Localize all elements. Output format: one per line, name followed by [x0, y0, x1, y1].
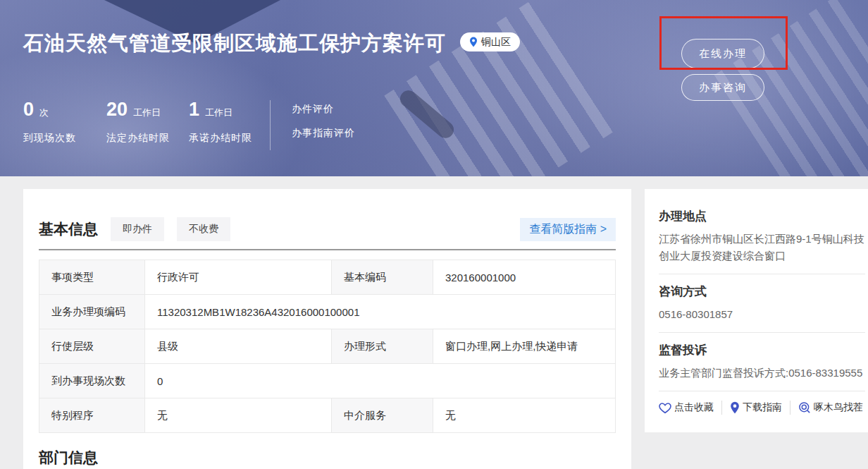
stat-label: 法定办结时限 [106, 132, 170, 145]
hero-banner: 石油天然气管道受限制区域施工保护方案许可 铜山区 在线办理 办事咨询 0 次 到… [0, 0, 868, 176]
location-badge-label: 铜山区 [481, 36, 511, 49]
basic-info-table: 事项类型 行政许可 基本编码 320160001000 业务办理项编码 1132… [39, 260, 616, 433]
location-badge: 铜山区 [460, 32, 520, 51]
sidebar-divider [659, 332, 865, 333]
location-pin-icon [469, 37, 478, 47]
sidebar-block-text: 江苏省徐州市铜山区长江西路9-1号铜山科技创业大厦投资建设综合窗口 [659, 231, 865, 264]
sidebar-block-title: 监督投诉 [659, 342, 865, 358]
favorite-action[interactable]: 点击收藏 [659, 401, 714, 414]
cell-label: 办理形式 [332, 329, 433, 364]
cell-value: 无 [433, 398, 616, 433]
sidebar-actions: 点击收藏 下载指南 啄木鸟找茬 [659, 401, 865, 415]
cell-value: 0 [145, 364, 616, 398]
guide-evaluation-link[interactable]: 办事指南评价 [292, 127, 355, 140]
stats-divider [270, 100, 271, 150]
cell-label: 特别程序 [39, 398, 145, 433]
consult-button[interactable]: 办事咨询 [681, 74, 764, 101]
stat-value: 20 [106, 99, 128, 121]
banner-pen-decoration [397, 87, 457, 142]
sidebar-divider [659, 391, 865, 391]
evaluation-links: 办件评价 办事指南评价 [292, 103, 355, 140]
view-simple-guide-link[interactable]: 查看简版指南 > [520, 218, 616, 241]
sidebar-block-supervision: 监督投诉 业务主管部门监督投诉方式:0516-83319555 [659, 342, 865, 382]
section-header: 基本信息 即办件 不收费 查看简版指南 > [39, 217, 616, 241]
table-row: 业务办理项编码 11320312MB1W18236A43201600010000… [39, 295, 616, 329]
stat-legal-deadline: 20 工作日 法定办结时限 [106, 99, 170, 145]
favorite-action-label: 点击收藏 [674, 401, 714, 414]
department-section-title: 部门信息 [39, 448, 616, 468]
stat-visit-count: 0 次 到现场次数 [23, 99, 76, 145]
sidebar-block-consult: 咨询方式 0516-80301857 [659, 284, 865, 323]
cell-value: 320160001000 [433, 260, 616, 295]
sidebar-block-location: 办理地点 江苏省徐州市铜山区长江西路9-1号铜山科技创业大厦投资建设综合窗口 [659, 208, 865, 264]
stat-unit: 次 [39, 106, 49, 119]
cell-label: 业务办理项编码 [39, 295, 145, 329]
actions-separator [790, 401, 790, 415]
table-row: 行使层级 县级 办理形式 窗口办理,网上办理,快递申请 [39, 329, 616, 364]
online-apply-button[interactable]: 在线办理 [681, 39, 764, 68]
woodpecker-inspect-label: 啄木鸟找茬 [814, 401, 863, 414]
sidebar-divider [659, 274, 865, 274]
table-row: 特别程序 无 中介服务 无 [39, 398, 616, 433]
table-row: 事项类型 行政许可 基本编码 320160001000 [39, 260, 616, 295]
cell-label: 到办事现场次数 [39, 364, 145, 398]
stat-promised-deadline: 1 工作日 承诺办结时限 [189, 99, 252, 145]
pin-download-icon [730, 401, 740, 414]
cell-label: 行使层级 [39, 329, 145, 364]
stat-label: 到现场次数 [23, 132, 76, 145]
section-underline [39, 249, 616, 250]
cell-value: 无 [145, 398, 332, 433]
sidebar-block-title: 咨询方式 [659, 284, 865, 300]
sidebar-block-title: 办理地点 [659, 208, 865, 224]
cell-value: 行政许可 [145, 260, 332, 295]
service-info-sidebar: 办理地点 江苏省徐州市铜山区长江西路9-1号铜山科技创业大厦投资建设综合窗口 咨… [645, 189, 868, 432]
basic-info-card: 基本信息 即办件 不收费 查看简版指南 > 事项类型 行政许可 基本编码 320… [23, 189, 631, 469]
stat-unit: 工作日 [205, 106, 232, 119]
stat-value: 0 [23, 99, 34, 121]
case-evaluation-link[interactable]: 办件评价 [292, 103, 355, 116]
banner-chart-stripes [384, 0, 616, 176]
stat-unit: 工作日 [133, 106, 161, 119]
sidebar-block-text: 0516-80301857 [659, 306, 865, 323]
cell-label: 事项类型 [39, 260, 145, 295]
cell-label: 基本编码 [332, 260, 433, 295]
cell-value: 11320312MB1W18236A432016000100001 [145, 295, 616, 329]
actions-separator [721, 401, 722, 415]
section-title: 基本信息 [39, 219, 98, 239]
tag-no-fee: 不收费 [177, 217, 230, 241]
heart-icon [659, 402, 671, 414]
download-guide-label: 下载指南 [743, 401, 782, 414]
woodpecker-inspect-action[interactable]: 啄木鸟找茬 [798, 401, 863, 414]
cell-label: 中介服务 [332, 398, 433, 433]
cell-value: 县级 [145, 329, 332, 364]
download-guide-action[interactable]: 下载指南 [730, 401, 782, 414]
tag-instant-handling: 即办件 [111, 217, 164, 241]
page-title: 石油天然气管道受限制区域施工保护方案许可 [23, 30, 446, 58]
sidebar-block-text: 业务主管部门监督投诉方式:0516-83319555 [659, 365, 865, 382]
cell-value: 窗口办理,网上办理,快递申请 [433, 329, 616, 364]
magnifier-icon [798, 401, 811, 414]
table-row: 到办事现场次数 0 [39, 364, 616, 398]
stat-label: 承诺办结时限 [189, 132, 252, 145]
stat-value: 1 [189, 99, 199, 121]
